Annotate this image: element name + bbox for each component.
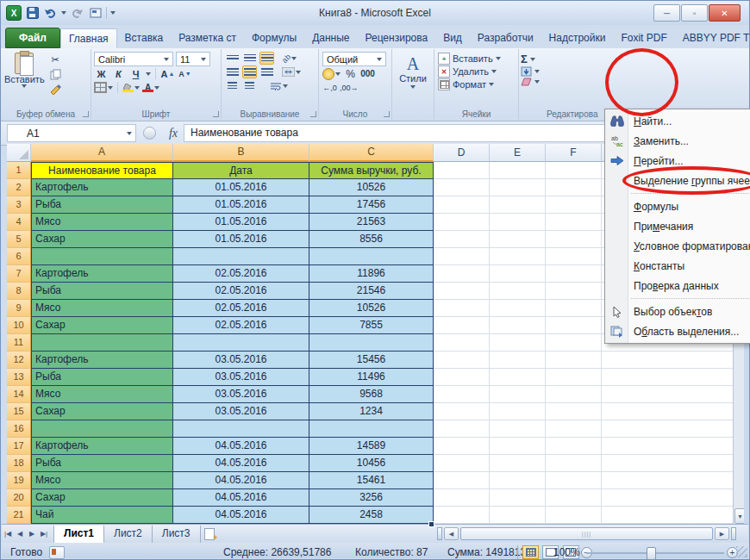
cell-B1[interactable]: Дата [173, 162, 309, 179]
cell-E17[interactable] [490, 438, 546, 455]
cell-G17[interactable] [602, 438, 733, 455]
touch-toolbar-icon[interactable] [88, 6, 103, 20]
wrap-text-icon[interactable] [270, 79, 288, 92]
cell-F14[interactable] [546, 386, 602, 403]
cell-A18[interactable]: Рыба [31, 455, 173, 472]
cell-B7[interactable]: 02.05.2016 [173, 265, 309, 283]
cell-D1[interactable] [434, 162, 490, 179]
cell-F10[interactable] [546, 317, 602, 334]
close-button[interactable]: ✕ [709, 4, 741, 22]
cell-E19[interactable] [490, 472, 546, 489]
cell-C8[interactable]: 21546 [309, 283, 434, 300]
cell-E11[interactable] [490, 334, 546, 352]
row-header-1[interactable]: 1 [7, 162, 31, 179]
percent-style-icon[interactable]: % [343, 67, 358, 80]
macro-record-icon[interactable] [49, 546, 65, 559]
cell-A16[interactable] [31, 420, 173, 438]
insert-cells-button[interactable]: + Вставить [438, 53, 515, 65]
cell-C12[interactable]: 15456 [309, 352, 434, 369]
sheet-tab-2[interactable]: Лист2 [104, 526, 153, 543]
cell-C3[interactable]: 17456 [309, 196, 434, 214]
cell-C15[interactable]: 1234 [309, 403, 434, 420]
cell-C2[interactable]: 10526 [309, 179, 434, 196]
cell-D12[interactable] [434, 352, 490, 369]
row-header-3[interactable]: 3 [7, 196, 31, 214]
italic-button[interactable]: К [111, 67, 126, 80]
cell-A21[interactable]: Чай [31, 507, 173, 524]
autosum-button[interactable]: Σ [521, 53, 545, 65]
menu-item-8[interactable]: Константы [605, 256, 750, 276]
underline-dropdown-icon[interactable] [146, 72, 151, 76]
ribbon-tab-5[interactable]: Данные [304, 28, 357, 48]
cell-F9[interactable] [546, 300, 602, 317]
cell-G13[interactable] [602, 369, 733, 386]
cell-C16[interactable] [309, 420, 434, 438]
redo-icon[interactable] [70, 6, 84, 20]
resize-grip[interactable] [736, 546, 747, 557]
shrink-font-button[interactable]: А▼ [178, 67, 192, 80]
bold-button[interactable]: Ж [94, 67, 109, 80]
zoom-level[interactable]: 100% [553, 546, 580, 558]
clipboard-dialog-launcher[interactable] [83, 111, 89, 117]
cell-D21[interactable] [434, 507, 490, 524]
name-box-dropdown-icon[interactable] [127, 132, 132, 135]
cell-B14[interactable]: 03.05.2016 [173, 386, 309, 403]
cell-F1[interactable] [546, 162, 602, 179]
cell-B11[interactable] [173, 334, 309, 352]
row-header-20[interactable]: 20 [7, 489, 31, 507]
row-header-12[interactable]: 12 [7, 352, 31, 369]
cell-F20[interactable] [546, 489, 602, 507]
align-right-icon[interactable] [259, 65, 274, 78]
grow-font-button[interactable]: А▲ [160, 67, 175, 80]
ribbon-tab-7[interactable]: Вид [435, 28, 470, 48]
cell-A13[interactable]: Рыба [31, 369, 173, 386]
cell-D3[interactable] [434, 196, 490, 214]
cell-E3[interactable] [490, 196, 546, 214]
cell-F18[interactable] [546, 455, 602, 472]
name-box[interactable]: A1 [7, 124, 136, 142]
cell-E10[interactable] [490, 317, 546, 334]
cell-B17[interactable]: 04.05.2016 [173, 438, 309, 455]
cell-A20[interactable]: Сахар [31, 489, 173, 507]
cell-G21[interactable] [602, 507, 733, 524]
cell-C6[interactable] [309, 248, 434, 265]
align-left-icon[interactable] [225, 65, 240, 78]
column-header-E[interactable]: E [490, 144, 546, 162]
cell-D19[interactable] [434, 472, 490, 489]
last-sheet-icon[interactable]: ▶| [38, 528, 50, 540]
cell-A8[interactable]: Рыба [31, 283, 173, 300]
accounting-format-icon[interactable] [322, 67, 341, 80]
cell-C18[interactable]: 10456 [309, 455, 434, 472]
cell-E21[interactable] [490, 507, 546, 524]
formula-bar-options-icon[interactable] [143, 127, 156, 140]
decrease-indent-icon[interactable] [225, 79, 240, 92]
cell-D8[interactable] [434, 283, 490, 300]
cell-A15[interactable]: Сахар [31, 403, 173, 420]
menu-item-1[interactable]: abacЗаменить... [605, 131, 750, 151]
cell-A7[interactable]: Картофель [31, 265, 173, 283]
sheet-tab-1[interactable]: Лист1 [53, 526, 104, 543]
ribbon-tab-3[interactable]: Разметка ст [171, 28, 244, 48]
cell-E12[interactable] [490, 352, 546, 369]
cell-E16[interactable] [490, 420, 546, 438]
cell-C20[interactable]: 3256 [309, 489, 434, 507]
scroll-split-handle[interactable] [731, 527, 736, 540]
menu-item-12[interactable]: Область выделения... [605, 321, 750, 341]
cell-F13[interactable] [546, 369, 602, 386]
cell-F16[interactable] [546, 420, 602, 438]
restore-button[interactable]: ▫ [681, 4, 708, 22]
undo-icon[interactable] [43, 6, 58, 20]
font-name-select[interactable]: Calibri [94, 52, 173, 66]
sheet-tab-3[interactable]: Лист3 [153, 526, 201, 543]
cell-D2[interactable] [434, 179, 490, 196]
row-header-10[interactable]: 10 [7, 317, 31, 334]
cell-D18[interactable] [434, 455, 490, 472]
cell-D15[interactable] [434, 403, 490, 420]
cell-C11[interactable] [309, 334, 434, 352]
save-icon[interactable] [25, 6, 40, 20]
cell-C10[interactable]: 7855 [309, 317, 434, 334]
menu-item-6[interactable]: Примечания [605, 216, 750, 236]
align-top-icon[interactable] [225, 52, 240, 65]
cell-B16[interactable] [173, 420, 309, 438]
ribbon-tab-10[interactable]: Foxit PDF [613, 28, 674, 48]
